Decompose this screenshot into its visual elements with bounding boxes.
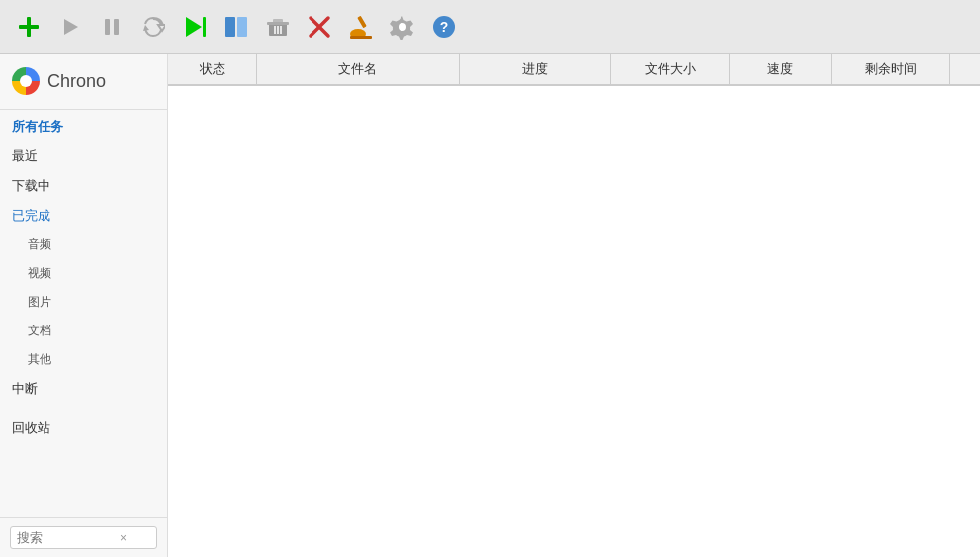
remove-button[interactable] <box>301 8 338 46</box>
play-button[interactable] <box>51 8 89 46</box>
col-header-status: 状态 <box>168 54 257 84</box>
sidebar-item-downloading[interactable]: 下载中 <box>0 171 167 201</box>
svg-rect-9 <box>237 17 247 37</box>
table-header: 状态 文件名 进度 文件大小 速度 剩余时间 <box>168 54 980 86</box>
sidebar-item-document[interactable]: 文档 <box>0 317 167 345</box>
col-header-filename: 文件名 <box>257 54 460 84</box>
sidebar-divider-1 <box>0 109 167 110</box>
app-logo: Chrono <box>0 59 167 107</box>
sidebar-item-all-tasks[interactable]: 所有任务 <box>0 112 167 141</box>
clean-button[interactable] <box>342 8 380 46</box>
col-header-remaining: 剩余时间 <box>832 54 950 84</box>
sidebar-item-recycle[interactable]: 回收站 <box>0 414 167 443</box>
columns-button[interactable] <box>218 8 255 46</box>
help-button[interactable]: ? <box>425 8 463 46</box>
app-name: Chrono <box>47 71 106 92</box>
svg-rect-8 <box>225 17 235 37</box>
col-header-extra <box>950 54 980 84</box>
sidebar-item-interrupted[interactable]: 中断 <box>0 374 167 404</box>
search-area: × <box>0 517 167 557</box>
sidebar-spacer-1 <box>0 404 167 414</box>
svg-rect-1 <box>27 17 31 37</box>
col-header-progress: 进度 <box>460 54 612 84</box>
svg-rect-7 <box>203 17 206 37</box>
search-input[interactable] <box>17 530 116 545</box>
svg-rect-12 <box>267 22 289 25</box>
sidebar-item-recent[interactable]: 最近 <box>0 141 167 171</box>
toolbar: ? <box>0 0 980 54</box>
sidebar-item-audio[interactable]: 音频 <box>0 231 167 259</box>
svg-rect-4 <box>114 19 119 35</box>
delete-button[interactable] <box>259 8 297 46</box>
col-header-speed: 速度 <box>730 54 832 84</box>
sidebar-flex-space <box>0 443 167 517</box>
search-box: × <box>10 526 157 549</box>
svg-text:?: ? <box>440 19 449 35</box>
start-all-button[interactable] <box>176 8 214 46</box>
chrome-icon <box>12 67 40 95</box>
svg-rect-20 <box>350 36 372 39</box>
search-clear-icon[interactable]: × <box>120 531 127 545</box>
sidebar-item-other[interactable]: 其他 <box>0 345 167 374</box>
svg-marker-2 <box>64 19 78 35</box>
svg-rect-18 <box>357 16 366 28</box>
content-area: 状态 文件名 进度 文件大小 速度 剩余时间 <box>168 54 980 557</box>
svg-rect-3 <box>105 19 110 35</box>
sidebar-item-image[interactable]: 图片 <box>0 288 167 317</box>
pause-button[interactable] <box>93 8 131 46</box>
sidebar-item-video[interactable]: 视频 <box>0 259 167 288</box>
sidebar: Chrono 所有任务 最近 下载中 已完成 音频 视频 图片 文档 其他 中断… <box>0 54 168 557</box>
col-header-filesize: 文件大小 <box>611 54 730 84</box>
main-area: Chrono 所有任务 最近 下载中 已完成 音频 视频 图片 文档 其他 中断… <box>0 54 980 557</box>
table-body <box>168 86 980 557</box>
sidebar-item-completed[interactable]: 已完成 <box>0 201 167 231</box>
settings-button[interactable] <box>384 8 421 46</box>
add-button[interactable] <box>10 8 47 46</box>
svg-point-22 <box>399 23 406 31</box>
svg-marker-6 <box>186 17 202 37</box>
svg-marker-5 <box>143 25 149 31</box>
refresh-button[interactable] <box>134 8 172 46</box>
